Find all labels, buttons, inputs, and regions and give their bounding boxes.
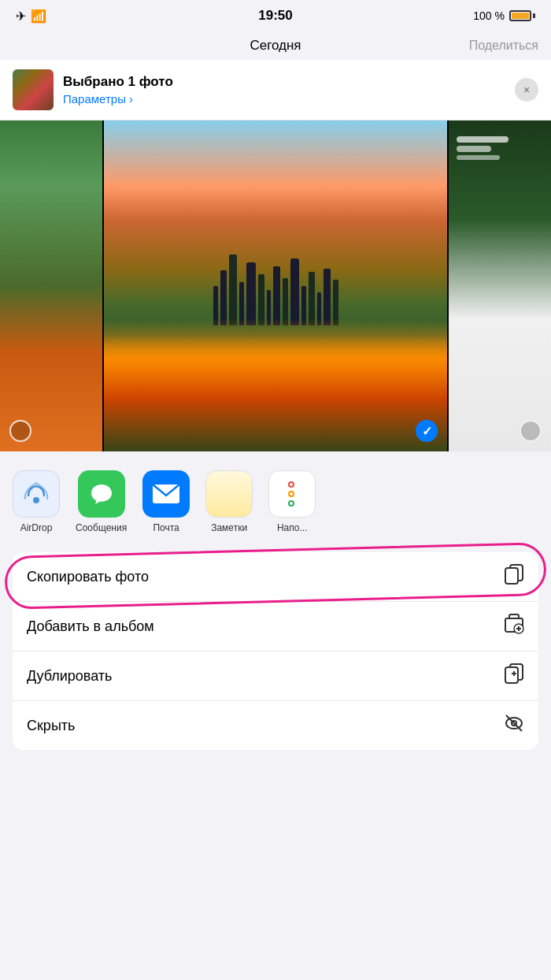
- add-album-icon: [504, 614, 524, 639]
- photo-cell-right[interactable]: [449, 121, 551, 451]
- action-add-to-album[interactable]: Добавить в альбом: [13, 602, 538, 651]
- share-sheet: AirDrop Сообщения Почта: [0, 451, 551, 750]
- share-header: Выбрано 1 фото Параметры › ×: [0, 60, 551, 121]
- photo-cell-left[interactable]: [0, 121, 102, 451]
- app-item-mail[interactable]: Почта: [142, 470, 190, 533]
- copy-photo-icon: [504, 564, 524, 589]
- action-hide[interactable]: Скрыть: [13, 701, 538, 750]
- status-left: ✈ 📶: [16, 9, 46, 24]
- select-circle-main[interactable]: ✓: [416, 420, 438, 442]
- hide-label: Скрыть: [27, 718, 75, 734]
- app-item-messages[interactable]: Сообщения: [76, 470, 127, 533]
- wifi-icon: 📶: [31, 9, 46, 24]
- status-time: 19:50: [258, 8, 292, 24]
- app-item-airdrop[interactable]: AirDrop: [13, 470, 60, 533]
- status-right: 100 %: [473, 9, 535, 22]
- duplicate-icon: [504, 663, 524, 689]
- mail-svg-icon: [151, 483, 181, 505]
- notes-label: Заметки: [211, 522, 247, 533]
- share-subtitle[interactable]: Параметры ›: [63, 92, 515, 106]
- photo-cell-main[interactable]: ✓: [104, 121, 447, 451]
- svg-rect-9: [505, 667, 518, 683]
- messages-label: Сообщения: [76, 522, 127, 533]
- parameters-label[interactable]: Параметры: [63, 92, 126, 106]
- action-copy-photo[interactable]: Скопировать фото: [13, 552, 538, 602]
- duplicate-label: Дублировать: [27, 668, 112, 685]
- copy-photo-label: Скопировать фото: [27, 569, 149, 585]
- share-info: Выбрано 1 фото Параметры ›: [63, 74, 515, 106]
- action-duplicate[interactable]: Дублировать: [13, 651, 538, 701]
- airdrop-svg-icon: [22, 480, 50, 508]
- battery-indicator: [509, 10, 535, 21]
- chevron-right-icon: ›: [129, 92, 133, 106]
- select-circle-right[interactable]: [520, 420, 542, 442]
- app-item-reminders[interactable]: Напо...: [268, 470, 316, 533]
- airdrop-label: AirDrop: [20, 522, 53, 533]
- nav-title: Сегодня: [250, 38, 301, 54]
- airdrop-icon-container: [13, 470, 60, 518]
- add-to-album-label: Добавить в альбом: [27, 618, 154, 635]
- nav-right-button[interactable]: Поделиться: [469, 39, 538, 53]
- svg-rect-3: [505, 568, 518, 584]
- nav-bar: Сегодня Поделиться: [0, 32, 551, 60]
- battery-percent: 100 %: [473, 9, 505, 22]
- svg-point-0: [33, 497, 39, 503]
- mail-icon-container: [142, 470, 190, 518]
- actions-container: Скопировать фото Добавить в альбом: [0, 552, 551, 750]
- share-thumbnail: [13, 69, 54, 110]
- select-circle-left[interactable]: [9, 420, 31, 442]
- status-bar: ✈ 📶 19:50 100 %: [0, 0, 551, 32]
- close-button[interactable]: ×: [515, 78, 538, 102]
- actions-list: Скопировать фото Добавить в альбом: [13, 552, 538, 750]
- airplane-icon: ✈: [16, 9, 26, 24]
- share-title: Выбрано 1 фото: [63, 74, 515, 90]
- reminders-label: Напо...: [277, 522, 308, 533]
- hide-icon: [504, 713, 524, 738]
- photos-grid: ✓: [0, 121, 551, 451]
- messages-svg-icon: [87, 480, 116, 508]
- reminders-icon-container: [268, 470, 316, 518]
- messages-icon-container: [78, 470, 125, 518]
- app-item-notes[interactable]: Заметки: [205, 470, 253, 533]
- notes-icon-container: [205, 470, 253, 518]
- mail-label: Почта: [153, 522, 179, 533]
- apps-row: AirDrop Сообщения Почта: [0, 464, 551, 546]
